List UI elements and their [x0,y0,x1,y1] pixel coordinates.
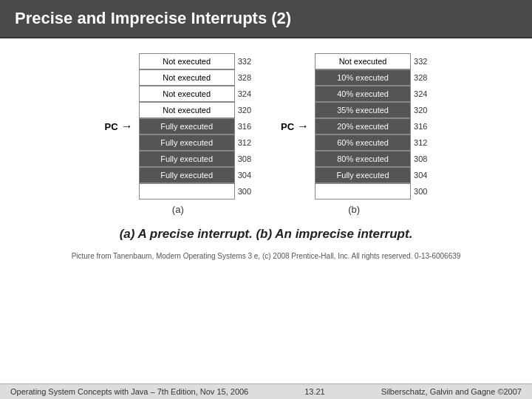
slide-footer: Operating System Concepts with Java – 7t… [0,383,532,399]
arrow-a: → [121,120,133,133]
mem-cell: Not executed [139,53,235,69]
pc-label-b: PC → [281,120,309,133]
mem-cell: Not executed [139,102,235,118]
table-row: Fully executed [139,134,235,151]
table-row: 20% executed [315,118,411,134]
table-row [315,183,411,200]
mem-cell-dark: Fully executed [139,151,235,167]
addr-cell: 300 [411,183,427,200]
addr-cell: 332 [235,53,251,69]
table-row: Fully executed [139,151,235,167]
pc-label-a: PC → [105,120,133,133]
footer-center: 13.21 [304,387,325,396]
addr-cell: 304 [235,167,251,183]
table-row: 60% executed [315,134,411,151]
mem-cell-dark: Fully executed [139,167,235,183]
table-row: Not executed [139,69,235,86]
diagram-b: PC → Not executed 10% executed [281,53,427,215]
addr-cell: 324 [235,86,251,102]
diagram-a-inner: PC → Not executed Not executed [105,53,251,200]
addr-cell: 308 [411,151,427,167]
table-row: Not executed [139,86,235,102]
addr-cell: 316 [411,118,427,134]
mem-cell-dark: Fully executed [315,167,411,183]
mem-cell-dark: Fully executed [139,134,235,151]
addr-col-a: 332 328 324 320 316 312 308 304 300 [235,53,251,200]
addr-cell: 328 [235,69,251,86]
table-row: Not executed [139,53,235,69]
mem-cell: Not executed [139,86,235,102]
mem-cell-dark: 40% executed [315,86,411,102]
addr-cell: 332 [411,53,427,69]
mem-cell: Not executed [139,69,235,86]
caption: (a) A precise interrupt. (b) An imprecis… [120,227,413,242]
mem-cell-dark: 10% executed [315,69,411,86]
picture-credit: Picture from Tanenbaum, Modern Operating… [72,252,461,260]
addr-cell: 308 [235,151,251,167]
addr-cell: 316 [235,118,251,134]
pc-text-b: PC [281,121,294,132]
addr-cell: 328 [411,69,427,86]
mem-table-b: Not executed 10% executed 40% executed [315,53,411,200]
addr-cell: 312 [235,134,251,151]
addr-cell: 304 [411,167,427,183]
diagram-a-label: (a) [172,204,184,215]
footer-right: Silberschatz, Galvin and Gagne ©2007 [381,387,522,396]
addr-cell: 320 [411,102,427,118]
mem-cell-dark: 20% executed [315,118,411,134]
addr-cell: 324 [411,86,427,102]
table-row: Not executed [315,53,411,69]
slide-content: PC → Not executed Not executed [0,38,532,383]
table-row: Fully executed [315,167,411,183]
table-row: Fully executed [139,167,235,183]
slide: Precise and Imprecise Interrupts (2) PC … [0,0,532,399]
addr-cell: 312 [411,134,427,151]
table-a-wrapper: Not executed Not executed Not executed [139,53,251,200]
pc-text-a: PC [105,121,118,132]
table-row: Fully executed [139,118,235,134]
mem-cell-dark: 35% executed [315,102,411,118]
mem-table-a: Not executed Not executed Not executed [139,53,235,200]
table-row: 35% executed [315,102,411,118]
table-row [139,183,235,200]
mem-cell-dark: Fully executed [139,118,235,134]
slide-title: Precise and Imprecise Interrupts (2) [15,9,291,27]
mem-cell [139,183,235,200]
diagram-b-inner: PC → Not executed 10% executed [281,53,427,200]
table-row: 80% executed [315,151,411,167]
slide-header: Precise and Imprecise Interrupts (2) [0,0,532,38]
table-row: 40% executed [315,86,411,102]
diagram-b-label: (b) [348,204,360,215]
addr-col-b: 332 328 324 320 316 312 308 304 300 [411,53,427,200]
diagram-a: PC → Not executed Not executed [105,53,251,215]
table-row: 10% executed [315,69,411,86]
table-b-wrapper: Not executed 10% executed 40% executed [315,53,427,200]
diagrams-row: PC → Not executed Not executed [105,53,428,215]
mem-cell-dark: 60% executed [315,134,411,151]
addr-cell: 320 [235,102,251,118]
mem-cell: Not executed [315,53,411,69]
mem-cell [315,183,411,200]
arrow-b: → [297,120,309,133]
addr-cell: 300 [235,183,251,200]
mem-cell-dark: 80% executed [315,151,411,167]
footer-left: Operating System Concepts with Java – 7t… [10,387,248,396]
table-row: Not executed [139,102,235,118]
